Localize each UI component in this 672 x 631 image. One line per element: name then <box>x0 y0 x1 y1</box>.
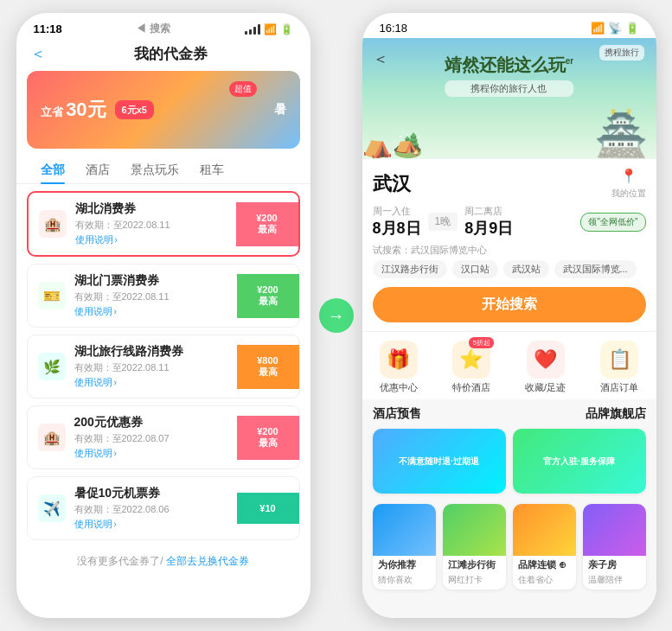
battery-icon-right: 🔋 <box>625 22 639 35</box>
hotel-card-2[interactable]: 官方入驻·服务保障 <box>513 429 646 494</box>
rec-img-3 <box>513 504 576 556</box>
coupon-expiry-1: 有效期：至2022.08.11 <box>75 219 229 232</box>
location-label: ◀ 搜索 <box>136 22 170 36</box>
right-phone: 16:18 📶 📡 🔋 ＜ ⛺🏕️ 靖然还能这么玩er 携程你的旅行人也 🏯 携… <box>362 13 656 618</box>
section-title-presale: 酒店预售 <box>373 406 421 422</box>
tab-attraction[interactable]: 景点玩乐 <box>120 157 189 183</box>
destination-name[interactable]: 武汉 <box>373 171 411 197</box>
chip-jianghan[interactable]: 江汉路步行街 <box>373 260 447 278</box>
coupon-info-3: 湖北旅行线路消费券 有效期：至2022.08.11 使用说明 › <box>74 344 230 389</box>
tab-hotel[interactable]: 酒店 <box>75 157 120 183</box>
wifi-icon-right: 📡 <box>608 22 622 35</box>
rec-item-2[interactable]: 江滩步行街 网红打卡 <box>443 504 506 590</box>
coupon-name-5: 暑促10元机票券 <box>74 486 230 501</box>
rec-label-1: 为你推荐 <box>373 556 436 574</box>
bottom-link[interactable]: 全部去兑换代金券 <box>166 555 249 567</box>
page-title-left: 我的代金券 <box>46 44 297 64</box>
coupon-item-hubei[interactable]: 🏨 湖北消费券 有效期：至2022.08.11 使用说明 › ¥200 最高 <box>27 191 300 257</box>
checkin-block[interactable]: 周一入住 8月8日 <box>373 205 421 239</box>
my-location-btn[interactable]: 📍 我的位置 <box>611 168 646 200</box>
chip-wuhan[interactable]: 武汉站 <box>503 260 549 278</box>
banner-save: 立省 30元 <box>41 99 106 121</box>
coupon-link-4[interactable]: 使用说明 › <box>74 447 230 460</box>
coupon-item-200[interactable]: 🏨 200元优惠券 有效期：至2022.08.07 使用说明 › ¥200 最高 <box>27 405 300 469</box>
coupon-link-2[interactable]: 使用说明 › <box>74 305 230 318</box>
rec-item-3[interactable]: 品牌连锁 ⊕ 住着省心 <box>513 504 576 590</box>
qa-special[interactable]: ⭐ 5折起 特价酒店 <box>452 341 490 394</box>
tab-rental[interactable]: 租车 <box>189 157 234 183</box>
nav-bar-left: ＜ 我的代金券 <box>16 40 310 71</box>
coupon-value-4: ¥200 最高 <box>237 416 299 460</box>
coupon-info-1: 湖北消费券 有效期：至2022.08.11 使用说明 › <box>75 201 229 246</box>
search-section: 武汉 📍 我的位置 周一入住 8月8日 1晚 周二离店 8月9日 领"全网低价"… <box>362 159 656 331</box>
coupon-expiry-4: 有效期：至2022.08.07 <box>74 432 230 445</box>
rec-label-2: 江滩步行街 <box>443 556 506 574</box>
hotel-card-1[interactable]: 不满意随时退·过期退 <box>373 429 506 494</box>
coupon-icon-5: ✈️ <box>38 494 66 522</box>
rec-item-1[interactable]: 为你推荐 猜你喜欢 <box>373 504 436 590</box>
hotel-img-text-2: 官方入驻·服务保障 <box>540 452 618 471</box>
qa-favorites[interactable]: ❤️ 收藏/足迹 <box>525 341 566 394</box>
coupon-value-5: ¥10 <box>237 493 299 524</box>
coupon-info-2: 湖北门票消费券 有效期：至2022.08.11 使用说明 › <box>74 273 230 318</box>
coupon-expiry-5: 有效期：至2022.08.06 <box>74 503 230 516</box>
coupon-item-ticket[interactable]: 🎫 湖北门票消费券 有效期：至2022.08.11 使用说明 › ¥200 最高 <box>27 264 300 328</box>
coupon-item-tour[interactable]: 🌿 湖北旅行线路消费券 有效期：至2022.08.11 使用说明 › ¥800 … <box>27 335 300 398</box>
qa-orders[interactable]: 📋 酒店订单 <box>600 341 638 394</box>
orders-icon: 📋 <box>608 348 631 371</box>
rec-label-4: 亲子房 <box>583 556 646 574</box>
back-button-left[interactable]: ＜ <box>30 43 46 64</box>
chip-hankou[interactable]: 汉口站 <box>452 260 498 278</box>
hero-sub-text: 携程你的旅行人也 <box>445 80 573 97</box>
tab-all[interactable]: 全部 <box>30 157 75 183</box>
rec-img-4 <box>583 504 646 556</box>
signal-icon-right: 📶 <box>591 22 605 35</box>
checkout-block[interactable]: 周二离店 8月9日 <box>464 205 513 239</box>
status-bar-left: 11:18 ◀ 搜索 📶 🔋 <box>16 13 310 40</box>
coupon-icon-1: 🏨 <box>39 210 67 238</box>
coupon-value-1: ¥200 最高 <box>236 202 298 246</box>
rec-img-2 <box>443 504 506 556</box>
banner-super: 超值 <box>229 81 257 97</box>
coupon-value-3: ¥800 最高 <box>237 345 299 389</box>
coupon-name-2: 湖北门票消费券 <box>74 273 230 289</box>
banner-save-prefix: 立省 <box>41 105 63 118</box>
suggest-chips: 江汉路步行街 汉口站 武汉站 武汉国际博览... <box>373 260 646 278</box>
coupon-item-flight[interactable]: ✈️ 暑促10元机票券 有效期：至2022.08.06 使用说明 › ¥10 <box>27 476 300 540</box>
coupon-expiry-3: 有效期：至2022.08.11 <box>74 361 230 374</box>
coupon-icon-4: 🏨 <box>38 424 66 451</box>
status-bar-right: 16:18 📶 📡 🔋 <box>362 13 656 38</box>
signal-icon <box>245 24 260 35</box>
chip-expo[interactable]: 武汉国际博览... <box>554 260 637 278</box>
wifi-icon: 📶 <box>264 23 277 35</box>
coupon-name-4: 200元优惠券 <box>74 415 230 430</box>
rec-sub-3: 住着省心 <box>513 574 576 590</box>
coupon-link-5[interactable]: 使用说明 › <box>74 518 230 531</box>
coupon-link-3[interactable]: 使用说明 › <box>74 376 230 389</box>
banner-left[interactable]: 立省 30元 6元x5 暑 超值 <box>27 71 300 149</box>
coupon-name-3: 湖北旅行线路消费券 <box>74 344 230 360</box>
coupon-link-1[interactable]: 使用说明 › <box>75 233 229 246</box>
arrow-container: → <box>310 298 362 333</box>
hotel-card-img-1: 不满意随时退·过期退 <box>373 429 506 494</box>
section-titles-row: 酒店预售 品牌旗舰店 <box>362 399 656 425</box>
dest-row: 武汉 📍 我的位置 <box>373 168 646 200</box>
special-icon-wrap: ⭐ 5折起 <box>452 341 490 379</box>
status-icons-right: 📶 📡 🔋 <box>591 22 639 35</box>
rec-sub-1: 猜你喜欢 <box>373 574 436 590</box>
hero-banner: ＜ ⛺🏕️ 靖然还能这么玩er 携程你的旅行人也 🏯 携程旅行 <box>362 38 656 159</box>
search-button[interactable]: 开始搜索 <box>373 287 646 322</box>
coupon-icon-2: 🎫 <box>38 282 66 309</box>
qa-deals[interactable]: 🎁 优惠中心 <box>380 341 418 394</box>
coupon-value-2: ¥200 最高 <box>237 274 299 318</box>
special-label: 特价酒店 <box>452 381 490 394</box>
bottom-hint: 没有更多代金券了/ 全部去兑换代金券 <box>27 547 300 576</box>
full-price-badge[interactable]: 领"全网低价" <box>580 213 645 232</box>
bottom-sections: 酒店预售 品牌旗舰店 不满意随时退·过期退 官方入驻·服务保障 为你推荐 猜你喜… <box>362 399 656 618</box>
arrow-icon: → <box>319 298 354 333</box>
deals-icon: 🎁 <box>387 348 410 371</box>
time-right: 16:18 <box>380 22 408 35</box>
back-button-right[interactable]: ＜ <box>373 48 388 69</box>
section-title-brand: 品牌旗舰店 <box>586 406 646 422</box>
rec-item-4[interactable]: 亲子房 温馨陪伴 <box>583 504 646 590</box>
